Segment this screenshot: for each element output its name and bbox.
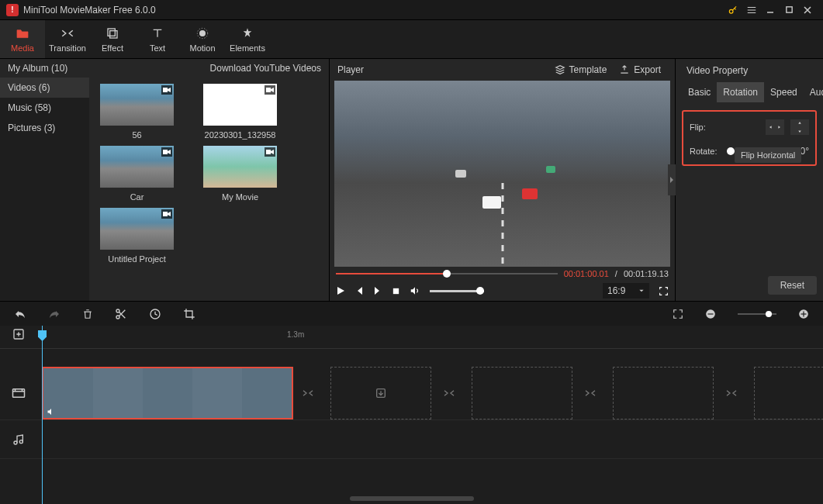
rotate-value: 0° [801,146,809,157]
player-panel: Player Template Export [330,59,676,301]
zoom-slider[interactable] [738,313,776,315]
transition-slot[interactable] [583,386,597,400]
svg-rect-10 [163,212,168,216]
time-separator: / [615,269,617,278]
drop-slot[interactable] [613,367,714,419]
timeline-scrollbar[interactable] [350,496,474,501]
prop-tab-rotation[interactable]: Rotation [717,82,764,102]
rotate-label: Rotate: [690,147,721,156]
prop-tab-audio[interactable]: Audio [804,82,823,102]
media-item[interactable]: My Movie [195,146,285,202]
svg-rect-6 [163,88,168,92]
media-item[interactable]: Car [92,146,182,202]
svg-rect-1 [786,7,791,12]
timeline[interactable]: 1.3m [0,326,823,504]
zoom-in-button[interactable] [798,309,809,319]
sidebar-item-music[interactable]: Music (58) [0,98,89,118]
playhead[interactable] [42,326,43,504]
flip-horizontal-button[interactable] [766,119,784,135]
maximize-button[interactable] [780,1,798,19]
drop-slot[interactable] [472,367,572,419]
delete-button[interactable] [82,308,93,320]
progress-bar[interactable] [336,273,558,274]
transition-slot[interactable] [724,386,738,400]
svg-point-24 [19,440,22,443]
media-panel: My Album (10) Download YouTube Videos Vi… [0,59,330,301]
tab-elements[interactable]: Elements [225,20,270,58]
audio-track-icon [0,433,37,446]
fullscreen-button[interactable] [659,286,669,296]
minimize-button[interactable] [761,1,780,19]
panel-collapse-handle[interactable] [668,164,676,195]
clip-audio-icon [47,407,56,416]
svg-rect-7 [266,88,271,92]
main-toolbar: Media Transition Effect Text Motion Elem… [0,20,823,59]
next-button[interactable] [373,286,382,295]
prev-button[interactable] [354,286,364,295]
audio-track[interactable] [0,420,823,459]
redo-button[interactable] [48,309,61,319]
speed-button[interactable] [149,308,161,320]
video-icon [161,209,172,219]
time-duration: 00:01:19.13 [624,269,669,278]
sidebar-item-videos[interactable]: Videos (6) [0,78,89,98]
app-title: MiniTool MovieMaker Free 6.0.0 [23,5,156,16]
svg-rect-8 [163,150,168,154]
fit-button[interactable] [673,309,683,319]
flip-vertical-button[interactable] [790,119,809,135]
transition-slot[interactable] [442,386,456,400]
media-sidebar: Videos (6) Music (58) Pictures (3) [0,78,89,301]
video-property-panel: Video Property Basic Rotation Speed Audi… [676,59,823,301]
license-key-icon[interactable] [724,1,742,19]
video-icon [265,147,275,157]
volume-icon[interactable] [410,285,420,296]
template-button[interactable]: Template [548,61,614,78]
tab-text[interactable]: Text [135,20,180,58]
crop-button[interactable] [183,308,195,320]
split-button[interactable] [115,308,127,320]
transition-slot[interactable] [301,386,315,400]
tab-media[interactable]: Media [0,20,45,58]
property-title: Video Property [682,65,817,76]
export-button[interactable]: Export [613,61,667,78]
tab-motion[interactable]: Motion [180,20,225,58]
svg-point-4 [199,30,206,36]
volume-slider[interactable] [430,290,484,292]
svg-rect-2 [108,29,115,36]
video-clip[interactable] [42,367,293,419]
video-preview[interactable] [334,81,670,267]
media-item[interactable]: 56 [92,84,182,140]
album-label[interactable]: My Album (10) [8,63,67,74]
time-current: 00:01:00.01 [564,269,609,278]
tooltip: Flip Horizontal [735,147,801,163]
sidebar-item-pictures[interactable]: Pictures (3) [0,118,89,138]
drop-slot[interactable] [754,367,823,419]
stop-button[interactable] [392,287,400,295]
tab-transition[interactable]: Transition [45,20,90,58]
aspect-ratio-select[interactable]: 16:9 [603,283,649,299]
prop-tab-speed[interactable]: Speed [764,82,804,102]
player-title: Player [337,64,364,75]
prop-tab-basic[interactable]: Basic [682,82,717,102]
video-icon [161,85,172,95]
flip-label: Flip: [690,123,721,132]
svg-point-23 [14,441,17,444]
timeline-ruler[interactable]: 1.3m [0,326,823,349]
app-logo-icon: ! [6,4,19,16]
video-track[interactable] [0,366,823,420]
menu-icon[interactable] [742,1,761,19]
undo-button[interactable] [14,309,26,319]
play-button[interactable] [336,286,345,295]
download-youtube-link[interactable]: Download YouTube Videos [196,63,321,74]
close-button[interactable] [798,1,817,19]
svg-rect-19 [803,311,804,316]
media-grid: 56 20230301_132958 Car My Movie Untitled… [89,78,329,301]
drop-slot[interactable] [330,367,431,419]
timeline-toolbar [0,301,823,326]
zoom-out-button[interactable] [705,309,716,319]
tab-effect[interactable]: Effect [90,20,135,58]
media-item[interactable]: 20230301_132958 [195,84,285,140]
video-track-icon [0,387,37,399]
reset-button[interactable]: Reset [768,276,817,295]
media-item[interactable]: Untitled Project [92,208,182,264]
